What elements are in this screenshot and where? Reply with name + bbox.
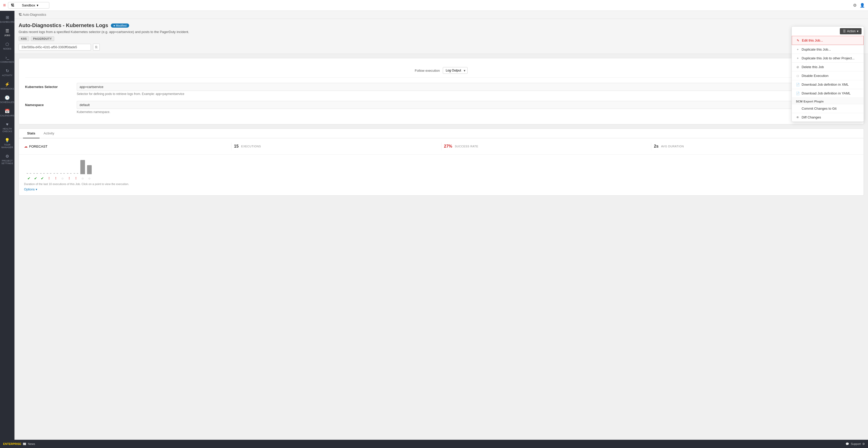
action-disable-execution[interactable]: □ Disable Execution xyxy=(792,71,864,80)
sidebar-item-commands[interactable]: ›_ COMMANDS xyxy=(0,53,14,65)
bar-0[interactable] xyxy=(27,173,31,174)
tour-icon: 💡 xyxy=(5,138,10,143)
sidebar-label-jobs: JOBS xyxy=(4,34,10,37)
sidebar-label-schedules: SCHEDULES xyxy=(0,101,14,103)
action-commit-git[interactable]: Commit Changes to Git xyxy=(792,104,864,113)
action-duplicate-project[interactable]: + Duplicate this Job to other Project... xyxy=(792,54,864,63)
action-dropdown-arrow: ▾ xyxy=(857,29,859,33)
download-yaml-label: Download Job definition in YAML xyxy=(802,91,851,95)
disable-label: Disable Execution xyxy=(802,74,829,78)
selector-input[interactable] xyxy=(77,83,858,91)
bars-container xyxy=(24,159,859,174)
news-label[interactable]: News xyxy=(28,442,35,445)
sidebar-item-dashboard[interactable]: ⊞ DASHBOARD xyxy=(0,13,14,25)
bar-6[interactable] xyxy=(67,173,71,174)
action-download-xml[interactable]: 📄 Download Job definition in XML xyxy=(792,80,864,89)
breadcrumb: 🏗 Auto-Diagnostics xyxy=(14,11,868,19)
activity-icon: ↻ xyxy=(6,68,9,73)
sidebar-item-jobs[interactable]: ☰ JOBS xyxy=(0,26,14,39)
enterprise-label: ENTERPRISE xyxy=(3,442,21,445)
sidebar-item-project-settings[interactable]: ⚙ PROJECT SETTINGS xyxy=(0,152,14,167)
sidebar-label-activity: ACTIVITY xyxy=(2,74,13,77)
copy-id-button[interactable]: ⎘ xyxy=(93,44,100,50)
indicator-9: ○ xyxy=(87,176,92,180)
bar-7[interactable] xyxy=(74,173,78,174)
sidebar-item-health[interactable]: ♥ HEALTH CHECKS xyxy=(0,120,14,135)
news-icon: 📰 xyxy=(23,442,26,446)
indicator-3: ! xyxy=(47,176,52,180)
tab-activity[interactable]: Activity xyxy=(39,129,58,138)
action-duplicate-job[interactable]: + Duplicate this Job... xyxy=(792,45,864,54)
sidebar-label-health: HEALTH CHECKS xyxy=(1,128,13,133)
stat-success-rate: 27% SUCCESS RATE xyxy=(444,144,649,149)
namespace-hint: Kubernetes namespace. xyxy=(77,110,858,114)
project-selector[interactable]: 🏗 Sandbox ▾ xyxy=(8,2,49,8)
job-id-input[interactable] xyxy=(19,44,91,50)
sidebar-item-webhooks[interactable]: ⚡ WEBHOOKS xyxy=(0,80,14,92)
bar-8[interactable] xyxy=(80,160,85,174)
bottombar-settings-icon[interactable]: ⚙ xyxy=(862,442,865,446)
stat-executions: 15 EXECUTIONS xyxy=(234,144,439,149)
form-field-namespace: Kubernetes namespace. xyxy=(77,101,858,114)
tag-pagerduty: PAGERDUTY xyxy=(31,36,54,41)
bar-9[interactable] xyxy=(87,165,92,174)
breadcrumb-icon: 🏗 xyxy=(19,13,22,16)
hamburger-icon[interactable]: ≡ xyxy=(3,3,6,8)
diff-icon: 👁 xyxy=(796,115,800,119)
bar-1[interactable] xyxy=(33,173,38,174)
sidebar-item-schedules[interactable]: 🕐 SCHEDULES xyxy=(0,93,14,106)
stats-summary-row: ☁ FORECAST 15 EXECUTIONS 27% SUCCESS RAT… xyxy=(19,138,864,154)
sidebar-label-tour: TOUR MANAGER xyxy=(1,143,13,149)
action-diff-changes[interactable]: 👁 Diff Changes xyxy=(792,113,864,122)
disable-icon: □ xyxy=(796,74,800,78)
indicator-7: ! xyxy=(74,176,78,180)
jobs-icon: ☰ xyxy=(5,28,9,33)
sidebar-item-nodes[interactable]: ⬡ NODES xyxy=(0,40,14,52)
avg-duration-label: AVG DURATION xyxy=(661,145,684,148)
scm-section-label: SCM Export Plugin xyxy=(792,98,864,104)
action-edit-job[interactable]: ✎ Edit this Job... xyxy=(792,36,864,45)
duplicate-project-icon: + xyxy=(796,57,800,60)
chart-area: ✔✔✔!!○!!○○ Duration of the last 10 execu… xyxy=(19,154,864,195)
action-menu-button[interactable]: ☰ Action ▾ xyxy=(840,28,862,34)
follow-execution-label: Follow execution xyxy=(415,69,440,72)
bar-4[interactable] xyxy=(54,173,58,174)
support-button[interactable]: 💬 Support ⚙ xyxy=(845,442,865,446)
support-label: Support xyxy=(851,442,861,445)
sidebar: ⊞ DASHBOARD ☰ JOBS ⬡ NODES ›_ COMMANDS ↻… xyxy=(0,11,14,440)
delete-job-label: Delete this Job xyxy=(802,65,824,69)
dropdown-arrow-icon: ▾ xyxy=(37,3,46,7)
sidebar-item-tour[interactable]: 💡 TOUR MANAGER xyxy=(0,136,14,151)
bar-2[interactable] xyxy=(40,173,45,174)
sidebar-item-activity[interactable]: ↻ ACTIVITY xyxy=(0,66,14,79)
log-output-select[interactable]: Log Output Compact Verbose xyxy=(443,67,468,74)
user-icon[interactable]: 👤 xyxy=(860,3,865,8)
bar-3[interactable] xyxy=(47,173,52,174)
job-description: Grabs recent logs from a specified Kuber… xyxy=(19,30,864,34)
indicator-0: ✔ xyxy=(27,176,31,180)
forecast-icon: ☁ xyxy=(24,144,28,148)
topbar-right: ⚙ 👤 xyxy=(853,3,865,8)
stat-divider-3 xyxy=(651,142,651,150)
dropdown-header: ☰ Action ▾ xyxy=(792,27,864,36)
action-download-yaml[interactable]: 📄 Download Job definition in YAML xyxy=(792,89,864,98)
sidebar-label-webhooks: WEBHOOKS xyxy=(1,88,14,90)
job-id-row: ⎘ xyxy=(19,44,864,50)
chart-options-button[interactable]: Options ▾ xyxy=(24,187,37,191)
namespace-input[interactable] xyxy=(77,101,858,109)
log-output-wrapper: Log Output Compact Verbose xyxy=(443,67,468,74)
job-header: Auto-Diagnostics - Kubernetes Logs ● Mod… xyxy=(14,19,868,54)
download-xml-icon: 📄 xyxy=(796,83,800,87)
bar-5[interactable] xyxy=(60,173,65,174)
indicator-2: ✔ xyxy=(40,176,45,180)
stats-tabs: Stats Activity xyxy=(19,129,864,138)
sidebar-item-calendars[interactable]: 📅 CALENDARS xyxy=(0,107,14,119)
settings-icon[interactable]: ⚙ xyxy=(853,3,857,8)
tab-stats[interactable]: Stats xyxy=(23,129,39,138)
download-xml-label: Download Job definition in XML xyxy=(802,82,848,87)
duplicate-job-label: Duplicate this Job... xyxy=(802,47,831,51)
stat-divider-1 xyxy=(231,142,231,150)
job-title-row: Auto-Diagnostics - Kubernetes Logs ● Mod… xyxy=(19,23,864,28)
job-title: Auto-Diagnostics - Kubernetes Logs xyxy=(19,23,108,28)
action-delete-job[interactable]: ⊘ Delete this Job xyxy=(792,63,864,71)
